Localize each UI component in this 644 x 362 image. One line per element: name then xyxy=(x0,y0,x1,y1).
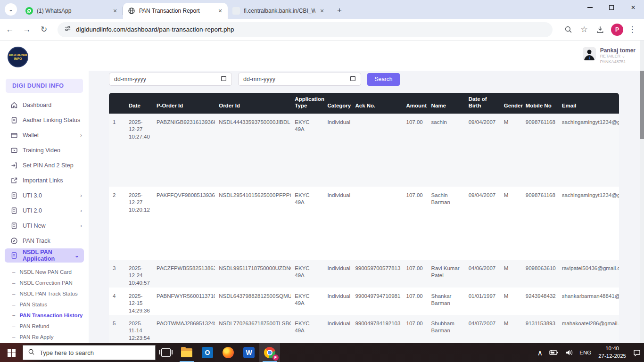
file-explorer-button[interactable] xyxy=(176,343,197,362)
search-icon[interactable] xyxy=(561,23,575,37)
sidebar-item-set-pin[interactable]: Set PIN And 2 Step xyxy=(0,158,89,173)
action-center-icon[interactable] xyxy=(630,343,644,362)
wallet-icon xyxy=(10,132,18,139)
subitem-nsdl-pan-track-status[interactable]: –NSDL PAN Track Status xyxy=(0,288,89,299)
minimize-button[interactable] xyxy=(579,0,601,15)
subitem-nsdl-new-pan-card[interactable]: –NSDL New PAN Card xyxy=(0,266,89,277)
browser-profile-avatar[interactable]: P xyxy=(611,24,623,36)
sidebar-item-uti-20[interactable]: UTI 2.0 › xyxy=(0,203,89,218)
dash-icon: – xyxy=(12,280,15,286)
browser-tab-strip: ⌄ (1) WhatsApp ✕ PAN Transaction Report … xyxy=(0,0,644,19)
sidebar-item-uti-new[interactable]: UTI New › xyxy=(0,218,89,233)
reload-button[interactable]: ↻ xyxy=(37,23,51,37)
sidebar-item-pan-track[interactable]: PAN Track xyxy=(0,233,89,248)
battery-icon[interactable] xyxy=(546,343,562,362)
windows-taskbar: Type here to search O W P ∧ ENG 10:40 27… xyxy=(0,343,644,362)
sidebar-item-aadhar-linking-status[interactable]: Aadhar Linking Status xyxy=(0,113,89,128)
compass-icon xyxy=(10,237,18,245)
col-mobile: Mobile No xyxy=(522,93,558,114)
sidebar: DIGI DUNDI INFO DIGI DUNDI INFO Dashboar… xyxy=(0,41,89,343)
subitem-pan-re-apply[interactable]: –PAN Re Apply xyxy=(0,331,89,342)
whatsapp-icon xyxy=(25,7,33,15)
close-icon[interactable]: ✕ xyxy=(216,7,224,15)
table-row: 3 2025-12-24 10:40:57 PACZFPWB5582513863… xyxy=(109,260,619,288)
table-row: 1 2025-12-27 10:27:40 PABZNIGB9231613936… xyxy=(109,114,619,187)
system-tray: ∧ ENG 10:40 27-12-2025 xyxy=(534,343,644,362)
sidebar-menu: Dashboard Aadhar Linking Status Wallet ›… xyxy=(0,98,89,263)
outlook-icon: O xyxy=(202,347,213,358)
sidebar-item-uti-30[interactable]: UTI 3.0 › xyxy=(0,188,89,203)
date-to-input[interactable]: dd-mm-yyyy xyxy=(238,73,361,86)
calendar-icon[interactable] xyxy=(221,75,227,83)
close-icon[interactable]: ✕ xyxy=(111,7,119,15)
close-icon[interactable]: ✕ xyxy=(318,7,326,15)
transactions-table: Date P-Order Id Order Id Application Typ… xyxy=(109,93,619,343)
file-icon xyxy=(10,222,18,230)
close-window-button[interactable]: ✕ xyxy=(622,0,644,15)
browser-menu-icon[interactable]: ⋮ xyxy=(625,23,639,37)
restore-button[interactable] xyxy=(601,0,622,15)
file-icon xyxy=(10,116,18,124)
word-button[interactable]: W xyxy=(239,343,259,362)
col-ack-no: Ack No. xyxy=(351,93,402,114)
date-from-input[interactable]: dd-mm-yyyy xyxy=(109,73,232,86)
col-sno xyxy=(109,93,125,114)
user-profile[interactable]: Pankaj tomer RETAILER ⌄ PANKA48751 xyxy=(583,47,636,65)
sidebar-item-training-video[interactable]: Training Video xyxy=(0,143,89,158)
dash-icon: – xyxy=(12,334,15,340)
col-email: Email xyxy=(558,93,619,114)
sidebar-item-wallet[interactable]: Wallet › xyxy=(0,128,89,143)
col-amount: Amount xyxy=(403,93,428,114)
sidebar-item-important-links[interactable]: Important Links xyxy=(0,173,89,188)
user-id: PANKA48751 xyxy=(600,59,636,65)
bookmark-star-icon[interactable]: ☆ xyxy=(577,23,591,37)
sidebar-item-nsdl-pan-application[interactable]: NSDL PAN Application ⌄ xyxy=(5,248,84,263)
browser-toolbar: ← → ↻ digidundiinfo.com/dashboard/pan-tr… xyxy=(0,19,644,41)
outlook-button[interactable]: O xyxy=(197,343,218,362)
forward-button[interactable]: → xyxy=(20,23,34,37)
dash-icon: – xyxy=(12,323,15,329)
address-bar[interactable]: digidundiinfo.com/dashboard/pan-transact… xyxy=(58,22,553,37)
chevron-down-icon: ⌄ xyxy=(8,6,13,13)
tab-title: fi.centralbank.bank.in/CBI_Web xyxy=(244,8,315,14)
sidebar-item-dashboard[interactable]: Dashboard xyxy=(0,98,89,113)
chevron-right-icon: › xyxy=(80,192,82,199)
page-scrollbar-thumb[interactable] xyxy=(640,71,644,139)
page-body: Pankaj tomer RETAILER ⌄ PANKA48751 DIGI … xyxy=(0,41,644,343)
language-indicator[interactable]: ENG xyxy=(576,343,594,362)
dash-icon: – xyxy=(12,269,15,275)
subitem-pan-refund[interactable]: –PAN Refund xyxy=(0,321,89,331)
tab-centralbank[interactable]: fi.centralbank.bank.in/CBI_Web ✕ xyxy=(228,3,330,19)
subitem-pan-status[interactable]: –PAN Status xyxy=(0,299,89,310)
subitem-pan-transaction-history[interactable]: –PAN Transaction History xyxy=(0,310,89,321)
calendar-icon[interactable] xyxy=(350,75,356,83)
subitem-nsdl-correction-pan[interactable]: –NSDL Correction PAN xyxy=(0,277,89,288)
tray-chevron-icon[interactable]: ∧ xyxy=(534,343,546,362)
taskbar-clock[interactable]: 10:40 27-12-2025 xyxy=(594,345,630,360)
download-icon[interactable] xyxy=(593,23,607,37)
user-name: Pankaj tomer xyxy=(600,47,636,54)
folder-icon xyxy=(181,348,192,357)
tab-title: PAN Transaction Report xyxy=(139,8,214,14)
tab-whatsapp[interactable]: (1) WhatsApp ✕ xyxy=(21,3,123,19)
back-button[interactable]: ← xyxy=(3,23,17,37)
taskbar-search-placeholder: Type here to search xyxy=(40,349,94,356)
start-button[interactable] xyxy=(0,343,23,362)
volume-icon[interactable] xyxy=(562,343,576,362)
firefox-icon xyxy=(223,347,234,358)
chevron-right-icon: › xyxy=(80,222,82,229)
dash-icon: – xyxy=(12,291,15,296)
new-tab-button[interactable]: + xyxy=(333,4,346,16)
firefox-button[interactable] xyxy=(218,343,239,362)
task-view-button[interactable] xyxy=(156,343,176,362)
tab-pan-transaction-report[interactable]: PAN Transaction Report ✕ xyxy=(123,3,228,19)
chrome-button[interactable]: P xyxy=(259,343,280,362)
taskbar-search-input[interactable]: Type here to search xyxy=(23,345,156,360)
search-button[interactable]: Search xyxy=(367,73,400,86)
tab-search-button[interactable]: ⌄ xyxy=(5,3,17,16)
home-icon xyxy=(10,101,18,109)
transactions-table-card: Date P-Order Id Order Id Application Typ… xyxy=(109,93,619,343)
tab-title: (1) WhatsApp xyxy=(37,8,108,14)
external-link-icon xyxy=(10,177,18,184)
site-info-icon[interactable] xyxy=(64,25,71,34)
